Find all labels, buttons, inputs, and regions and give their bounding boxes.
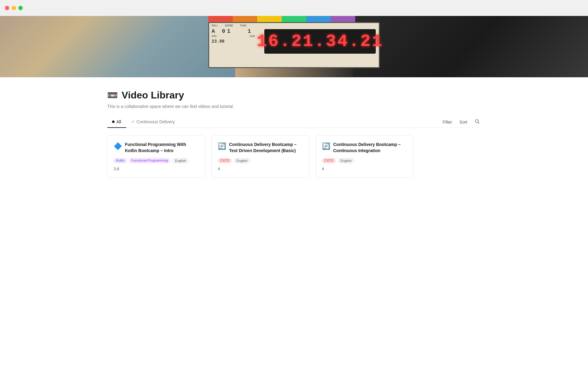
card-tag-1-0[interactable]: Kotlin [114,158,127,163]
card-rating-1: 3.8 [114,167,199,171]
filter-button[interactable]: Filter [441,118,453,126]
search-button[interactable] [473,118,481,126]
tab-cd-icon: ⤢ [131,119,135,124]
card-header-1: 🔷Functional Programming With Kotlin Boot… [114,142,199,154]
tab-all[interactable]: All [107,116,126,128]
page-icon: 📼 [107,90,118,100]
card-tag-3-1[interactable]: English [338,158,354,163]
card-item-1[interactable]: 🔷Functional Programming With Kotlin Boot… [107,135,205,178]
sort-button[interactable]: Sort [458,118,469,126]
card-tags-1: KotlinFunctional ProgrammingEnglish [114,158,199,163]
tab-all-label: All [116,119,121,124]
traffic-light-close[interactable] [5,6,9,10]
svg-point-0 [475,120,478,123]
tabs-bar: All ⤢ Continuous Delivery Filter Sort [107,116,481,128]
card-rating-2: 4 [218,167,303,171]
clapboard-display: 16.21.34.21 [264,29,376,54]
card-header-3: 🔄Continuous Delivery Bootcamp – Continuo… [322,142,407,154]
titlebar [0,0,588,16]
svg-line-1 [478,122,479,124]
page-description: This is a collaborative space where we c… [107,104,481,109]
card-tag-3-0[interactable]: CI/CD [322,158,336,163]
hero-bg-left [0,16,235,77]
traffic-light-minimize[interactable] [12,6,16,10]
card-icon-1: 🔷 [114,142,122,150]
tabs-list: All ⤢ Continuous Delivery [107,116,180,128]
card-item-3[interactable]: 🔄Continuous Delivery Bootcamp – Continuo… [315,135,413,178]
page-header: 📼 Video Library [107,90,481,101]
card-rating-3: 4 [322,167,407,171]
main-content: 📼 Video Library This is a collaborative … [101,77,487,178]
search-icon [475,119,480,124]
toolbar: Filter Sort [441,118,481,126]
card-tags-2: CI/CDEnglish [218,158,303,163]
card-tag-2-1[interactable]: English [234,158,250,163]
card-tag-1-2[interactable]: English [172,158,189,163]
card-tags-3: CI/CDEnglish [322,158,407,163]
tab-all-dot [112,121,115,123]
card-item-2[interactable]: 🔄Continuous Delivery Bootcamp – Test Dri… [211,135,309,178]
tab-continuous-delivery[interactable]: ⤢ Continuous Delivery [126,116,180,128]
cards-grid: 🔷Functional Programming With Kotlin Boot… [107,135,413,178]
clapboard-body: ROLL SCENE TAKE A 01 1 9 FPS CAM 23.98 1… [208,22,380,68]
card-header-2: 🔄Continuous Delivery Bootcamp – Test Dri… [218,142,303,154]
card-title-3: Continuous Delivery Bootcamp – Continuou… [333,142,407,154]
page-title: Video Library [122,90,184,101]
hero-banner: ROLL SCENE TAKE A 01 1 9 FPS CAM 23.98 1… [0,16,588,77]
card-tag-2-0[interactable]: CI/CD [218,158,232,163]
hero-bg-right [353,16,588,77]
clapboard-wrapper: ROLL SCENE TAKE A 01 1 9 FPS CAM 23.98 1… [208,22,380,74]
card-tag-1-1[interactable]: Functional Programming [129,158,171,163]
card-icon-2: 🔄 [218,142,226,150]
traffic-light-fullscreen[interactable] [18,6,23,10]
card-title-1: Functional Programming With Kotlin Bootc… [125,142,199,154]
card-title-2: Continuous Delivery Bootcamp – Test Driv… [229,142,303,154]
timecode: 16.21.34.21 [257,32,383,51]
card-icon-3: 🔄 [322,142,330,150]
tab-cd-label: Continuous Delivery [137,119,175,124]
